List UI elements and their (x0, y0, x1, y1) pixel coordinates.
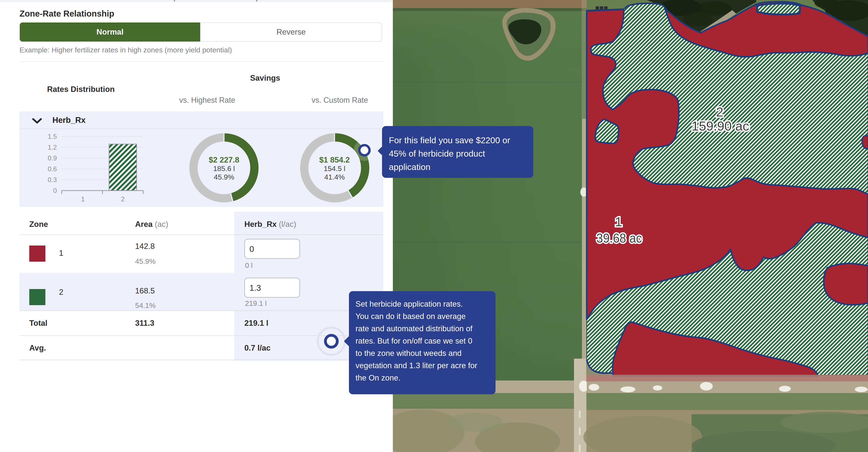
svg-text:1.2: 1.2 (48, 144, 57, 151)
svg-text:2: 2 (716, 104, 723, 119)
svg-text:0.9: 0.9 (48, 154, 57, 162)
svg-text:159.90 ac: 159.90 ac (691, 119, 749, 133)
svg-text:1: 1 (615, 214, 622, 229)
svg-text:$1 854.2: $1 854.2 (319, 155, 350, 164)
svg-text:0.6: 0.6 (48, 165, 57, 173)
svg-text:1.5: 1.5 (48, 133, 57, 140)
svg-text:185.6 l: 185.6 l (213, 164, 235, 173)
svg-text:45.9%: 45.9% (214, 173, 234, 181)
svg-text:0: 0 (53, 187, 57, 194)
svg-text:0.3: 0.3 (48, 176, 57, 184)
svg-text:39.68 ac: 39.68 ac (596, 231, 642, 245)
svg-text:$2 227.8: $2 227.8 (209, 155, 239, 164)
svg-text:2: 2 (121, 195, 125, 203)
svg-text:154.5 l: 154.5 l (324, 164, 345, 173)
svg-text:1: 1 (81, 195, 85, 203)
svg-text:41.4%: 41.4% (324, 173, 345, 181)
